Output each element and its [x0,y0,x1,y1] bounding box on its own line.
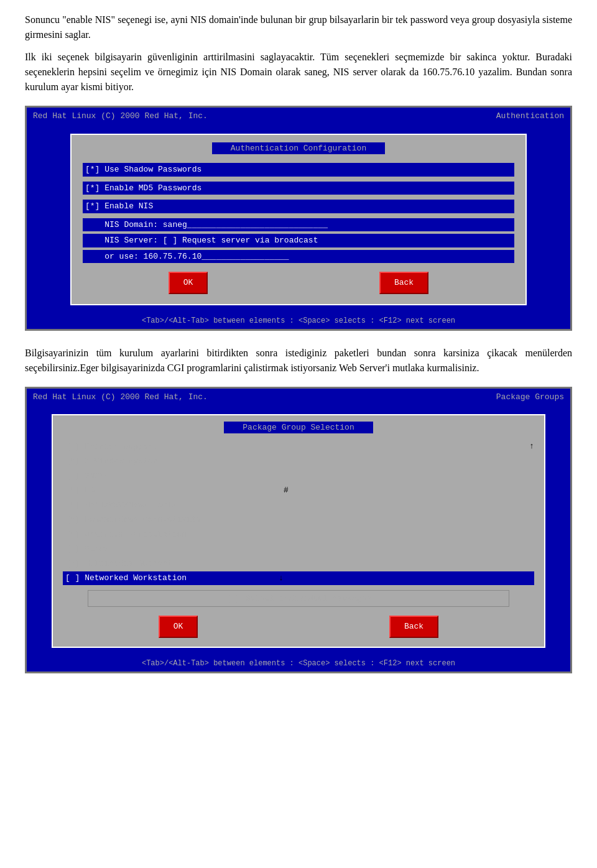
package-mail[interactable]: [*] Mail/WWW/News Tools [63,499,534,512]
paragraph-2: Ilk iki seçenek bilgisayarin güvenligini… [25,50,572,95]
package-gnome[interactable]: [ ] GNOME [63,469,534,483]
nis-domain-line: NIS Domain: saneg_______________________… [83,218,514,232]
package-printer[interactable]: [ ] Printer Support [63,440,534,454]
select-individual-packages[interactable]: [ ] Select individual packages [88,590,509,607]
ok-button-2[interactable]: OK [159,616,198,638]
back-button[interactable]: Back [379,272,428,294]
terminal-2-bottombar: <Tab>/<Alt-Tab> between elements : <Spac… [27,655,570,672]
nis-or-use-line: or use: 160.75.76.10__________________ [83,250,514,264]
shadow-passwords-option[interactable]: [*] Use Shadow Passwords [83,163,514,177]
package-kde[interactable]: [*] KDE # [63,484,534,497]
paragraph-1-text: Sonuncu "enable NIS" seçenegi ise, ayni … [25,14,572,40]
terminal-2-body: Package Group Selection ↑ [ ] Printer Su… [27,405,570,655]
terminal-1: Red Hat Linux (C) 2000 Red Hat, Inc. Aut… [25,106,572,331]
package-dos[interactable]: [*] DOS/Windows Connectivity [63,513,534,527]
nis-server-line: NIS Server: [ ] Request server via broad… [83,234,514,247]
terminal-2: Red Hat Linux (C) 2000 Red Hat, Inc. Pac… [25,387,572,673]
package-dialog-title: Package Group Selection [63,422,534,434]
paragraph-3: Bilgisayarinizin tüm kurulum ayarlarini … [25,346,572,376]
package-graphics[interactable]: [*] Graphics Manipulation [63,528,534,542]
md5-passwords-option[interactable]: [*] Enable MD5 Passwords [83,182,514,195]
back-button-2[interactable]: Back [389,616,438,638]
terminal-2-topbar: Red Hat Linux (C) 2000 Red Hat, Inc. Pac… [27,389,570,406]
ok-button[interactable]: OK [169,272,208,294]
terminal-2-title-left: Red Hat Linux (C) 2000 Red Hat, Inc. [33,391,208,404]
package-dialog: Package Group Selection ↑ [ ] Printer Su… [52,414,545,648]
package-list: ↑ [ ] Printer Support [*] X Window Syste… [63,440,534,585]
terminal-1-bottombar: <Tab>/<Alt-Tab> between elements : <Spac… [27,313,570,329]
paragraph-3-text: Bilgisayarinizin tüm kurulum ayarlarini … [25,348,572,373]
package-networked[interactable]: [ ] Networked Workstation ↓ [63,571,534,585]
auth-dialog-buttons: OK Back [83,272,514,294]
auth-dialog-title: Authentication Configuration [83,142,514,155]
terminal-1-title-right: Authentication [496,110,564,122]
enable-nis-option[interactable]: [*] Enable NIS [83,200,514,213]
auth-dialog: Authentication Configuration [*] Use Sha… [70,134,527,305]
scrollbar-hash-icon: # [284,486,289,495]
package-games[interactable]: [ ] Games [63,542,534,556]
scrollbar-up-icon: ↑ [529,440,534,453]
terminal-1-title-left: Red Hat Linux (C) 2000 Red Hat, Inc. [33,110,208,122]
scrollbar-down-icon: ↓ [279,573,284,583]
paragraph-1: Sonuncu "enable NIS" seçenegi ise, ayni … [25,12,572,42]
terminal-1-body: Authentication Configuration [*] Use Sha… [27,125,570,313]
package-multimedia[interactable]: [*] Multimedia Support [63,557,534,571]
package-xwindow[interactable]: [*] X Window System [63,455,534,468]
package-dialog-buttons: OK Back [63,616,534,638]
terminal-2-title-right: Package Groups [496,391,564,404]
terminal-1-topbar: Red Hat Linux (C) 2000 Red Hat, Inc. Aut… [27,108,570,125]
paragraph-2-text: Ilk iki seçenek bilgisayarin güvenligini… [25,52,572,92]
